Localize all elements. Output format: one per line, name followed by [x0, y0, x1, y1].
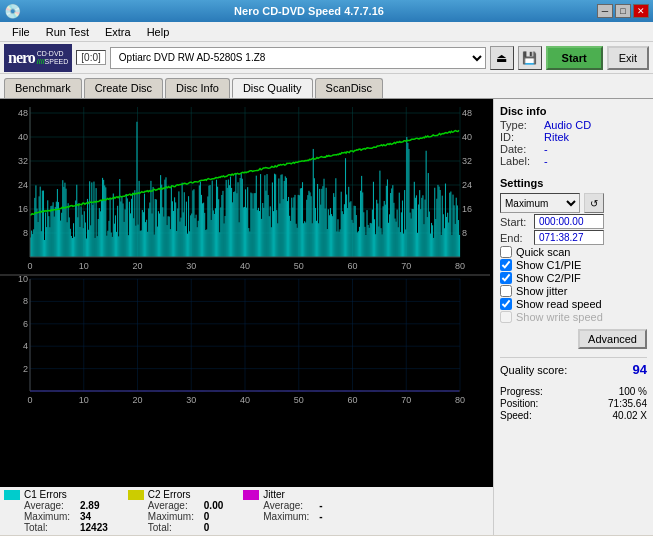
c1-max-label: Maximum:	[24, 511, 74, 522]
title-bar: 💿 Nero CD-DVD Speed 4.7.7.16 ─ □ ✕	[0, 0, 653, 22]
tab-benchmark[interactable]: Benchmark	[4, 78, 82, 98]
save-icon[interactable]: 💾	[518, 46, 542, 70]
position-row: Position: 71:35.64	[500, 398, 647, 409]
start-time-label: Start:	[500, 216, 530, 228]
toolbar: nero CD·DVD////SPEED [0:0] Optiarc DVD R…	[0, 42, 653, 74]
legend-area: C1 Errors Average: 2.89 Maximum: 34 Tota…	[0, 487, 493, 535]
jitter-legend: Jitter Average: - Maximum: -	[243, 489, 322, 533]
progress-label: Progress:	[500, 386, 543, 397]
disc-label-row: Label: -	[500, 155, 647, 167]
menu-help[interactable]: Help	[139, 24, 178, 40]
speed-selector[interactable]: Maximum	[500, 193, 580, 213]
c1-total-value: 12423	[80, 522, 108, 533]
menu-extra[interactable]: Extra	[97, 24, 139, 40]
app-icon: 💿	[4, 3, 21, 19]
date-value: -	[544, 143, 548, 155]
jitter-label: Show jitter	[516, 285, 567, 297]
close-button[interactable]: ✕	[633, 4, 649, 18]
c2-avg-label: Average:	[148, 500, 198, 511]
date-row: Date: -	[500, 143, 647, 155]
c2-avg-value: 0.00	[204, 500, 223, 511]
menu-bar: File Run Test Extra Help	[0, 22, 653, 42]
maximize-button[interactable]: □	[615, 4, 631, 18]
end-time-field[interactable]	[534, 230, 604, 245]
position-label: Position:	[500, 398, 538, 409]
disc-info-title: Disc info	[500, 105, 647, 117]
position-value: 71:35.64	[608, 398, 647, 409]
quick-scan-row: Quick scan	[500, 246, 647, 258]
progress-value: 100 %	[619, 386, 647, 397]
write-speed-checkbox[interactable]	[500, 311, 512, 323]
menu-file[interactable]: File	[4, 24, 38, 40]
type-label: Type:	[500, 119, 540, 131]
write-speed-label: Show write speed	[516, 311, 603, 323]
refresh-button[interactable]: ↺	[584, 193, 604, 213]
disc-label-label: Label:	[500, 155, 540, 167]
drive-code: [0:0]	[76, 50, 105, 65]
tab-disc-quality[interactable]: Disc Quality	[232, 78, 313, 98]
quality-score-label: Quality score:	[500, 364, 567, 376]
c2-label: C2 Errors	[148, 489, 191, 500]
read-speed-label: Show read speed	[516, 298, 602, 310]
main-content: C1 Errors Average: 2.89 Maximum: 34 Tota…	[0, 99, 653, 535]
read-speed-row: Show read speed	[500, 298, 647, 310]
id-value: Ritek	[544, 131, 569, 143]
c1-color	[4, 490, 20, 500]
id-row: ID: Ritek	[500, 131, 647, 143]
jitter-avg-label: Average:	[263, 500, 313, 511]
tab-create-disc[interactable]: Create Disc	[84, 78, 163, 98]
date-label: Date:	[500, 143, 540, 155]
right-panel: Disc info Type: Audio CD ID: Ritek Date:…	[493, 99, 653, 535]
advanced-button[interactable]: Advanced	[578, 329, 647, 349]
start-time-row: Start:	[500, 214, 647, 229]
progress-row: Progress: 100 %	[500, 386, 647, 397]
settings-section: Settings Maximum ↺ Start: End: Quick sca…	[500, 177, 647, 349]
window-controls[interactable]: ─ □ ✕	[597, 4, 649, 18]
c2-total-value: 0	[204, 522, 210, 533]
minimize-button[interactable]: ─	[597, 4, 613, 18]
end-time-label: End:	[500, 232, 530, 244]
id-label: ID:	[500, 131, 540, 143]
end-time-row: End:	[500, 230, 647, 245]
c1pie-checkbox[interactable]	[500, 259, 512, 271]
c2pif-label: Show C2/PIF	[516, 272, 581, 284]
progress-section: Progress: 100 % Position: 71:35.64 Speed…	[500, 385, 647, 422]
c2-color	[128, 490, 144, 500]
jitter-label: Jitter	[263, 489, 285, 500]
jitter-max-label: Maximum:	[263, 511, 313, 522]
settings-title: Settings	[500, 177, 647, 189]
speed-row-stat: Speed: 40.02 X	[500, 410, 647, 421]
c1-avg-label: Average:	[24, 500, 74, 511]
jitter-max-value: -	[319, 511, 322, 522]
quality-score-section: Quality score: 94	[500, 357, 647, 377]
c2pif-checkbox[interactable]	[500, 272, 512, 284]
quick-scan-checkbox[interactable]	[500, 246, 512, 258]
start-button[interactable]: Start	[546, 46, 603, 70]
type-value: Audio CD	[544, 119, 591, 131]
tab-disc-info[interactable]: Disc Info	[165, 78, 230, 98]
start-time-field[interactable]	[534, 214, 604, 229]
c1-max-value: 34	[80, 511, 91, 522]
c2pif-row: Show C2/PIF	[500, 272, 647, 284]
c1-total-label: Total:	[24, 522, 74, 533]
c1pie-row: Show C1/PIE	[500, 259, 647, 271]
c1-legend: C1 Errors Average: 2.89 Maximum: 34 Tota…	[4, 489, 108, 533]
c2-max-label: Maximum:	[148, 511, 198, 522]
c2-total-label: Total:	[148, 522, 198, 533]
disc-label-value: -	[544, 155, 548, 167]
c2-legend: C2 Errors Average: 0.00 Maximum: 0 Total…	[128, 489, 223, 533]
exit-button[interactable]: Exit	[607, 46, 649, 70]
write-speed-row: Show write speed	[500, 311, 647, 323]
disc-info-section: Disc info Type: Audio CD ID: Ritek Date:…	[500, 105, 647, 167]
jitter-checkbox[interactable]	[500, 285, 512, 297]
read-speed-checkbox[interactable]	[500, 298, 512, 310]
type-row: Type: Audio CD	[500, 119, 647, 131]
tab-scan-disc[interactable]: ScanDisc	[315, 78, 383, 98]
jitter-color	[243, 490, 259, 500]
tab-bar: Benchmark Create Disc Disc Info Disc Qua…	[0, 74, 653, 99]
c1-label: C1 Errors	[24, 489, 67, 500]
charts-panel: C1 Errors Average: 2.89 Maximum: 34 Tota…	[0, 99, 493, 535]
drive-selector[interactable]: Optiarc DVD RW AD-5280S 1.Z8	[110, 47, 486, 69]
eject-icon[interactable]: ⏏	[490, 46, 514, 70]
menu-run-test[interactable]: Run Test	[38, 24, 97, 40]
